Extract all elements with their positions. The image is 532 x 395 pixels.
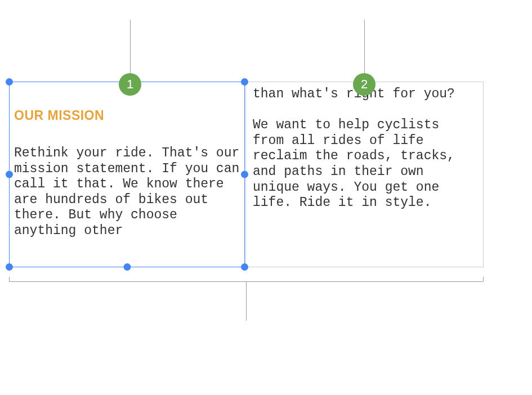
bracket-tick-left <box>9 277 10 281</box>
callout-badge-1: 1 <box>119 73 141 96</box>
linked-textbox-1-selected[interactable]: OUR MISSION Rethink your ride. That's ou… <box>9 82 245 267</box>
selection-handle-middle-right[interactable] <box>241 171 248 178</box>
diagram-canvas: 1 2 than what's right for you? We want t… <box>0 0 532 395</box>
textbox-1-heading: OUR MISSION <box>14 108 240 123</box>
textbox-1-body: Rethink your ride. That's our mission st… <box>14 146 240 239</box>
selection-handle-middle-left[interactable] <box>6 171 13 178</box>
selection-handle-top-left[interactable] <box>6 78 13 86</box>
callout-badge-1-label: 1 <box>127 77 133 92</box>
textbox-2-body: than what's right for you? We want to he… <box>253 87 476 211</box>
callout-badge-2-label: 2 <box>361 77 368 92</box>
selection-handle-bottom-left[interactable] <box>6 263 13 271</box>
selection-handle-bottom-right[interactable] <box>241 263 248 271</box>
callout-line-bottom <box>246 281 247 321</box>
document-area: than what's right for you? We want to he… <box>9 82 484 269</box>
selection-handle-bottom-middle[interactable] <box>123 263 131 271</box>
linked-textbox-2[interactable]: than what's right for you? We want to he… <box>245 82 484 267</box>
bracket-tick-right <box>483 277 484 281</box>
callout-badge-2: 2 <box>353 73 375 96</box>
selection-handle-top-right[interactable] <box>241 78 248 86</box>
